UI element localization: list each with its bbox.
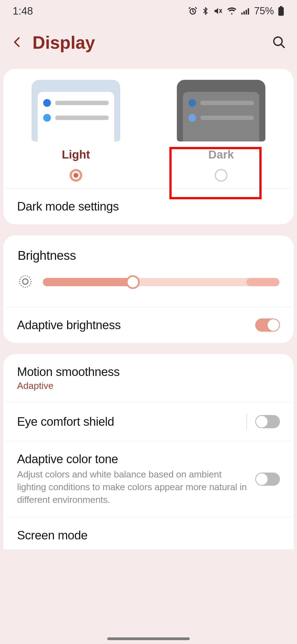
motion-smoothness-row[interactable]: Motion smoothness Adaptive [3, 354, 294, 402]
radio-dark[interactable] [215, 169, 227, 182]
theme-preview-light [32, 80, 120, 141]
eye-comfort-toggle[interactable] [255, 415, 280, 428]
adaptive-color-tone-row[interactable]: Adaptive color tone Adjust colors and wh… [3, 441, 294, 517]
search-icon[interactable] [272, 35, 286, 50]
theme-card: Light Dark Dark mode settings [3, 69, 294, 224]
svg-rect-4 [248, 8, 249, 15]
page-title: Display [32, 32, 272, 53]
navigation-handle[interactable] [107, 637, 190, 640]
sun-icon [18, 274, 33, 290]
adaptive-color-tone-toggle[interactable] [255, 473, 280, 486]
wifi-icon [227, 7, 237, 15]
eye-comfort-row[interactable]: Eye comfort shield [3, 402, 294, 441]
page-header: Display [0, 22, 297, 66]
theme-options: Light Dark [3, 69, 294, 188]
eye-comfort-label: Eye comfort shield [17, 415, 238, 429]
adaptive-brightness-toggle[interactable] [255, 318, 280, 332]
display-settings-card: Motion smoothness Adaptive Eye comfort s… [3, 354, 294, 549]
brightness-title: Brightness [3, 235, 294, 268]
theme-label-dark: Dark [208, 148, 234, 161]
bluetooth-icon [201, 6, 210, 16]
theme-label-light: Light [62, 148, 90, 161]
adaptive-brightness-row[interactable]: Adaptive brightness [3, 307, 294, 343]
motion-smoothness-label: Motion smoothness [17, 365, 280, 379]
screen-mode-row[interactable]: Screen mode [3, 517, 294, 549]
radio-light[interactable] [70, 169, 82, 182]
theme-preview-dark [177, 80, 265, 141]
status-time: 1:48 [13, 5, 33, 17]
svg-point-8 [23, 279, 28, 284]
svg-rect-3 [246, 10, 247, 15]
svg-point-9 [20, 276, 31, 287]
status-icons: 75% [188, 5, 284, 17]
theme-option-light[interactable]: Light [3, 80, 148, 188]
motion-smoothness-value: Adaptive [17, 380, 280, 391]
svg-rect-2 [243, 11, 245, 15]
brightness-overdrive [246, 278, 279, 286]
svg-rect-1 [241, 13, 243, 15]
brightness-thumb[interactable] [126, 275, 140, 289]
mute-icon [213, 6, 223, 16]
svg-rect-6 [280, 6, 282, 7]
alarm-icon [188, 6, 197, 16]
adaptive-color-tone-desc: Adjust colors and white balance based on… [17, 468, 247, 506]
brightness-slider[interactable] [43, 278, 279, 286]
dark-mode-settings[interactable]: Dark mode settings [3, 189, 294, 224]
divider-vertical [246, 413, 247, 430]
status-bar: 1:48 75% [0, 0, 297, 22]
svg-rect-5 [278, 7, 284, 16]
battery-percent: 75% [254, 5, 274, 17]
battery-icon [278, 6, 284, 16]
brightness-card: Brightness Adaptive brightness [3, 235, 294, 343]
dark-mode-settings-label: Dark mode settings [17, 200, 280, 213]
screen-mode-label: Screen mode [17, 528, 280, 542]
adaptive-brightness-label: Adaptive brightness [17, 318, 255, 332]
adaptive-color-tone-label: Adaptive color tone [17, 452, 247, 466]
signal-icon [241, 7, 250, 15]
theme-option-dark[interactable]: Dark [148, 80, 294, 188]
back-icon[interactable] [11, 36, 24, 50]
brightness-fill [43, 278, 133, 286]
brightness-control [3, 268, 294, 307]
